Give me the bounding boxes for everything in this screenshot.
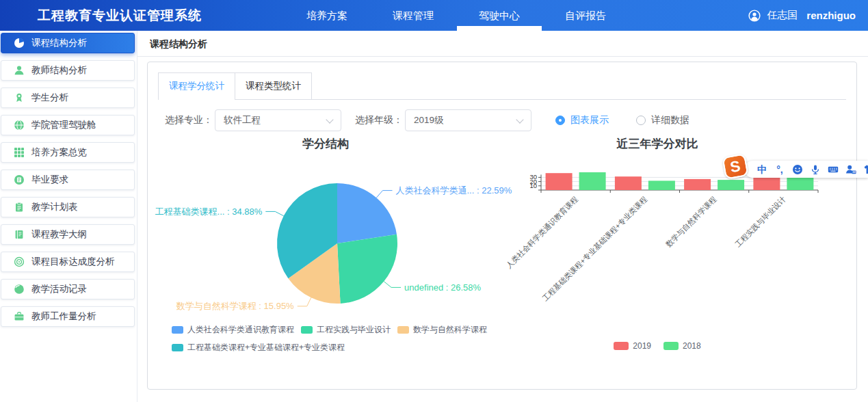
pie-slice-label: undefined : 26.58% (404, 282, 481, 293)
target-icon (14, 256, 25, 267)
briefcase-icon (14, 311, 25, 322)
chinese-mode-icon[interactable]: 中 (757, 164, 767, 175)
grid-icon (14, 147, 25, 158)
bar-legend-item-2[interactable]: 2018 (663, 341, 701, 351)
skin-icon[interactable] (863, 164, 868, 175)
sidebar-item-2[interactable]: 教师结构分析 (1, 60, 135, 81)
major-select-value: 软件工程 (224, 115, 261, 125)
nav-item-4[interactable]: 自评报告 (553, 0, 618, 31)
app-title: 工程教育专业认证管理系统 (38, 7, 202, 25)
pie-slice-label: 数学与自然科学课程 : 15.95% (176, 301, 294, 311)
bar-category-label: 人类社会科学类通识教育课程 (504, 195, 579, 270)
sidebar-item-3[interactable]: 学生分析 (1, 88, 135, 108)
cockpit-globe-icon (14, 120, 25, 131)
sidebar-item-9[interactable]: 课程目标达成度分析 (1, 252, 135, 272)
pie-legend-item-4[interactable]: 工程基础类课程+专业基础课程+专业类课程 (172, 342, 345, 353)
tab-1[interactable]: 课程学分统计 (158, 72, 235, 99)
display-radio-group: 图表展示详细数据 (555, 114, 689, 126)
pie-legend-item-3[interactable]: 数学与自然科学课程 (397, 324, 487, 336)
tab-2[interactable]: 课程类型统计 (235, 72, 312, 99)
bar-category-label: 工程实践与毕业设计 (733, 195, 787, 248)
punctuation-icon[interactable]: °, (774, 164, 785, 175)
legend-label: 2019 (633, 341, 651, 351)
account-icon[interactable]: 22 (845, 164, 856, 175)
sidebar-item-6[interactable]: 毕业要求 (1, 170, 135, 190)
legend-swatch-icon (172, 326, 183, 334)
activity-ball-icon (14, 284, 25, 295)
legend-label: 工程实践与毕业设计 (317, 324, 391, 336)
svg-text:22: 22 (852, 170, 856, 174)
grade-select[interactable]: 2019级 (405, 109, 531, 131)
user-menu[interactable]: 任志国 renzhiguo (748, 0, 856, 31)
sidebar-item-8[interactable]: 课程教学大纲 (1, 224, 135, 245)
bar-legend-item-1[interactable]: 2019 (614, 341, 651, 351)
legend-swatch-icon (663, 342, 679, 350)
bar-legend: 20192018 (486, 341, 828, 351)
radio-option-1[interactable]: 图表展示 (555, 114, 609, 126)
tab-bar: 课程学分统计课程类型统计 (158, 72, 846, 100)
sidebar-item-5[interactable]: 培养方案总览 (1, 142, 135, 163)
legend-label: 数学与自然科学课程 (413, 324, 487, 336)
sidebar-item-4[interactable]: 学院管理驾驶舱 (1, 115, 135, 135)
legend-swatch-icon (397, 326, 409, 334)
chevron-down-icon (516, 116, 523, 123)
sidebar-item-10[interactable]: 教学活动记录 (1, 279, 135, 299)
sidebar-item-label: 教学活动记录 (31, 283, 87, 295)
syllabus-book-icon (14, 229, 25, 240)
user-name: 任志国 (767, 9, 798, 22)
filter-bar: 选择专业： 软件工程 选择年级： 2019级 图表展示详细数据 (148, 109, 856, 131)
sidebar-item-label: 课程目标达成度分析 (31, 256, 115, 268)
pie-chart-section: 学分结构 人类社会科学类通... : 22.59%undefined : 26.… (158, 131, 493, 380)
sidebar-item-7[interactable]: 教学计划表 (1, 197, 135, 217)
sidebar-item-label: 教学计划表 (31, 201, 78, 213)
sidebar-item-label: 培养方案总览 (31, 146, 87, 159)
user-avatar-icon (748, 10, 761, 22)
pie-chart: 人类社会科学类通... : 22.59%undefined : 26.58%数学… (158, 151, 514, 322)
legend-label: 2018 (683, 341, 701, 351)
nav-item-1[interactable]: 培养方案 (295, 0, 359, 31)
major-select-label: 选择专业： (165, 114, 213, 126)
graduation-doc-icon (14, 174, 25, 185)
nav-item-3[interactable]: 驾驶中心 (467, 0, 531, 31)
sidebar-item-label: 学院管理驾驶舱 (31, 119, 96, 131)
pie-legend-item-2[interactable]: 工程实践与毕业设计 (301, 324, 391, 336)
bar-chart: 102030人类社会科学类通识教育课程工程基础类课程+专业基础课程+专业类课程数… (486, 151, 842, 356)
sogou-logo-icon[interactable]: S (722, 153, 748, 179)
legend-swatch-icon (614, 342, 629, 350)
app-header: 工程教育专业认证管理系统 培养方案课程管理驾驶中心自评报告 任志国 renzhi… (0, 0, 868, 31)
radio-unchecked-icon (636, 116, 646, 125)
emoji-icon[interactable] (792, 164, 803, 175)
teacher-person-icon (14, 65, 25, 76)
bar-category-label: 数学与自然科学课程 (664, 195, 718, 248)
pie-legend: 人类社会科学类通识教育课程工程实践与毕业设计数学与自然科学课程工程基础类课程+专… (172, 324, 514, 353)
radio-option-2[interactable]: 详细数据 (636, 114, 689, 126)
legend-swatch-icon (172, 344, 183, 351)
sidebar-item-label: 学生分析 (31, 92, 68, 104)
clipboard-icon (14, 202, 25, 213)
sidebar-item-label: 课程结构分析 (31, 37, 87, 49)
main-content: 课程结构分析 课程学分统计课程类型统计 选择专业： 软件工程 选择年级： 201… (137, 31, 868, 402)
breadcrumb: 课程结构分析 (137, 31, 868, 57)
chevron-down-icon (326, 116, 333, 123)
user-username: renzhiguo (806, 10, 856, 21)
sidebar-item-label: 教师结构分析 (31, 64, 87, 77)
radio-label: 详细数据 (651, 114, 689, 126)
pie-legend-item-1[interactable]: 人类社会科学类通识教育课程 (172, 324, 294, 336)
legend-swatch-icon (301, 326, 313, 334)
legend-label: 人类社会科学类通识教育课程 (187, 324, 294, 336)
radio-label: 图表展示 (570, 114, 609, 126)
student-medal-icon (14, 92, 25, 103)
legend-label: 工程基础类课程+专业基础课程+专业类课程 (187, 342, 345, 353)
svg-text:30: 30 (529, 173, 537, 180)
main-nav: 培养方案课程管理驾驶中心自评报告 (284, 0, 629, 31)
sidebar-item-1[interactable]: 课程结构分析 (1, 33, 135, 53)
nav-item-2[interactable]: 课程管理 (381, 0, 445, 31)
sidebar-item-label: 教师工作量分析 (31, 310, 96, 323)
keyboard-icon[interactable] (828, 164, 839, 175)
sidebar-item-label: 毕业要求 (31, 174, 68, 186)
pie-slice-label: 工程基础类课程... : 34.88% (155, 206, 263, 217)
sidebar-item-11[interactable]: 教师工作量分析 (1, 306, 135, 327)
pie-chart-title: 学分结构 (158, 136, 493, 152)
voice-icon[interactable] (810, 164, 821, 175)
major-select[interactable]: 软件工程 (215, 109, 341, 131)
